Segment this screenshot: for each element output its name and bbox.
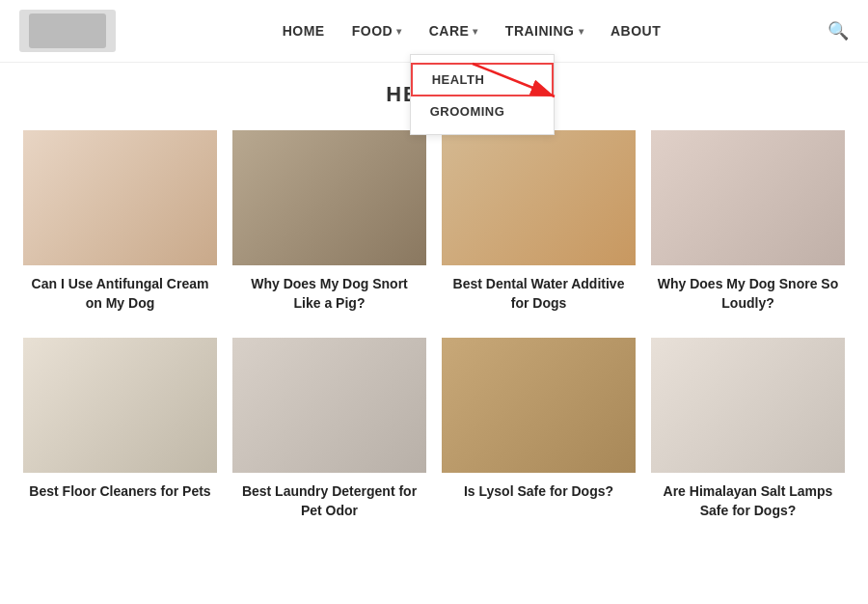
training-chevron-icon: ▾ [579,26,584,37]
article-image-8 [651,338,845,473]
article-title-4: Why Does My Dog Snore So Loudly? [651,275,845,322]
articles-grid: Can I Use Antifungal Cream on My Dog Why… [0,123,868,537]
article-image-1 [23,130,217,265]
article-title-8: Are Himalayan Salt Lamps Safe for Dogs? [651,482,845,530]
article-card-3[interactable]: Best Dental Water Additive for Dogs [434,123,643,330]
care-dropdown: HEALTH GROOMING [410,54,555,135]
food-chevron-icon: ▾ [396,26,402,37]
article-card-7[interactable]: Is Lysol Safe for Dogs? [434,330,643,537]
search-icon[interactable]: 🔍 [827,20,849,41]
article-card-6[interactable]: Best Laundry Detergent for Pet Odor [225,330,434,537]
nav-about[interactable]: ABOUT [610,23,661,39]
article-title-1: Can I Use Antifungal Cream on My Dog [23,275,217,322]
article-image-5 [23,338,217,473]
article-card-1[interactable]: Can I Use Antifungal Cream on My Dog [15,123,225,330]
article-image-7 [442,338,636,473]
article-card-4[interactable]: Why Does My Dog Snore So Loudly? [643,123,853,330]
article-image-6 [232,338,426,473]
dropdown-health[interactable]: HEALTH [411,63,554,96]
nav-training[interactable]: TRAINING ▾ [505,23,583,39]
site-header: HOME FOOD ▾ CARE ▾ HEALTH GROOMING TRAIN… [0,0,868,63]
article-title-5: Best Floor Cleaners for Pets [23,482,217,511]
site-logo [19,10,116,52]
article-card-5[interactable]: Best Floor Cleaners for Pets [15,330,225,537]
article-card-8[interactable]: Are Himalayan Salt Lamps Safe for Dogs? [643,330,853,537]
article-image-2 [232,130,426,265]
article-card-2[interactable]: Why Does My Dog Snort Like a Pig? [225,123,434,330]
article-image-3 [442,130,636,265]
article-title-7: Is Lysol Safe for Dogs? [442,482,636,511]
nav-home[interactable]: HOME [283,23,325,39]
article-image-4 [651,130,845,265]
article-title-6: Best Laundry Detergent for Pet Odor [232,482,426,530]
nav-food[interactable]: FOOD ▾ [352,23,402,39]
dropdown-grooming[interactable]: GROOMING [411,96,554,126]
nav-care[interactable]: CARE ▾ HEALTH GROOMING [429,23,478,39]
care-chevron-icon: ▾ [473,26,478,37]
main-nav: HOME FOOD ▾ CARE ▾ HEALTH GROOMING TRAIN… [283,23,662,39]
article-title-3: Best Dental Water Additive for Dogs [442,275,636,322]
article-title-2: Why Does My Dog Snort Like a Pig? [232,275,426,322]
